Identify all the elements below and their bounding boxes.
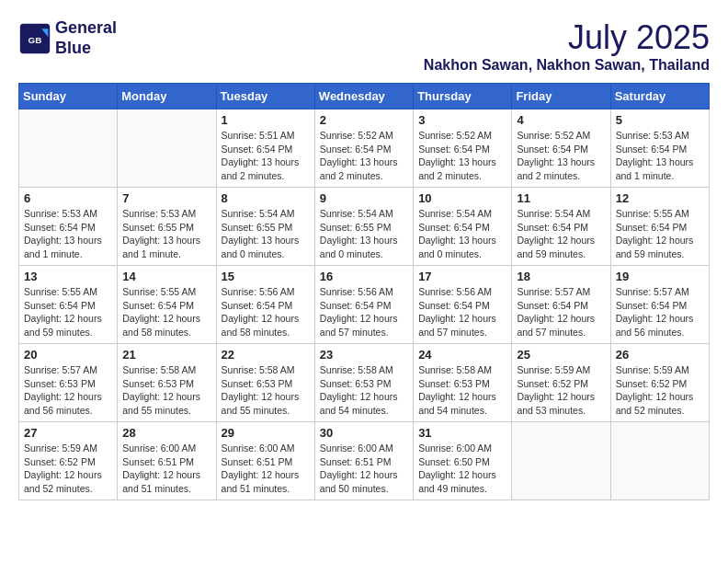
- column-header-saturday: Saturday: [610, 84, 709, 109]
- day-info: Sunrise: 5:59 AM Sunset: 6:52 PM Dayligh…: [616, 363, 704, 418]
- week-row-5: 27Sunrise: 5:59 AM Sunset: 6:52 PM Dayli…: [19, 422, 710, 500]
- calendar-cell: 8Sunrise: 5:54 AM Sunset: 6:55 PM Daylig…: [216, 188, 314, 266]
- calendar-cell: 30Sunrise: 6:00 AM Sunset: 6:51 PM Dayli…: [314, 422, 413, 500]
- day-info: Sunrise: 5:56 AM Sunset: 6:54 PM Dayligh…: [222, 285, 310, 339]
- day-number: 8: [222, 191, 310, 205]
- column-header-sunday: Sunday: [19, 84, 118, 109]
- calendar-cell: 16Sunrise: 5:56 AM Sunset: 6:54 PM Dayli…: [314, 266, 413, 344]
- calendar-cell: 11Sunrise: 5:54 AM Sunset: 6:54 PM Dayli…: [512, 188, 610, 266]
- day-info: Sunrise: 5:53 AM Sunset: 6:54 PM Dayligh…: [24, 207, 112, 261]
- week-row-3: 13Sunrise: 5:55 AM Sunset: 6:54 PM Dayli…: [19, 266, 710, 344]
- week-row-4: 20Sunrise: 5:57 AM Sunset: 6:53 PM Dayli…: [19, 344, 710, 422]
- calendar-cell: [512, 422, 610, 500]
- calendar-cell: 7Sunrise: 5:53 AM Sunset: 6:55 PM Daylig…: [118, 188, 216, 266]
- day-info: Sunrise: 5:55 AM Sunset: 6:54 PM Dayligh…: [122, 285, 210, 339]
- column-header-wednesday: Wednesday: [314, 84, 413, 109]
- title-block: July 2025 Nakhon Sawan, Nakhon Sawan, Th…: [424, 18, 710, 74]
- column-header-thursday: Thursday: [414, 84, 512, 109]
- svg-text:GB: GB: [28, 35, 42, 45]
- calendar-cell: 27Sunrise: 5:59 AM Sunset: 6:52 PM Dayli…: [19, 422, 118, 500]
- logo-line1: General: [55, 18, 117, 37]
- calendar-table: SundayMondayTuesdayWednesdayThursdayFrid…: [18, 83, 710, 500]
- day-info: Sunrise: 5:58 AM Sunset: 6:53 PM Dayligh…: [222, 363, 310, 418]
- calendar-cell: 5Sunrise: 5:53 AM Sunset: 6:54 PM Daylig…: [610, 109, 709, 188]
- day-number: 29: [222, 426, 310, 440]
- day-info: Sunrise: 5:56 AM Sunset: 6:54 PM Dayligh…: [418, 285, 506, 339]
- column-header-friday: Friday: [512, 84, 610, 109]
- day-info: Sunrise: 5:57 AM Sunset: 6:53 PM Dayligh…: [24, 363, 112, 418]
- day-number: 13: [24, 270, 112, 283]
- day-info: Sunrise: 5:58 AM Sunset: 6:53 PM Dayligh…: [122, 363, 210, 418]
- day-number: 17: [418, 270, 506, 283]
- calendar-cell: [19, 109, 118, 188]
- day-info: Sunrise: 5:57 AM Sunset: 6:54 PM Dayligh…: [616, 285, 704, 339]
- week-row-2: 6Sunrise: 5:53 AM Sunset: 6:54 PM Daylig…: [19, 188, 710, 266]
- calendar-cell: 9Sunrise: 5:54 AM Sunset: 6:55 PM Daylig…: [314, 188, 413, 266]
- day-info: Sunrise: 5:59 AM Sunset: 6:52 PM Dayligh…: [517, 363, 605, 418]
- calendar-cell: 17Sunrise: 5:56 AM Sunset: 6:54 PM Dayli…: [414, 266, 512, 344]
- calendar-cell: 13Sunrise: 5:55 AM Sunset: 6:54 PM Dayli…: [19, 266, 118, 344]
- day-info: Sunrise: 5:55 AM Sunset: 6:54 PM Dayligh…: [616, 207, 704, 261]
- day-info: Sunrise: 5:53 AM Sunset: 6:55 PM Dayligh…: [122, 207, 210, 261]
- day-info: Sunrise: 5:55 AM Sunset: 6:54 PM Dayligh…: [24, 285, 112, 339]
- day-info: Sunrise: 5:59 AM Sunset: 6:52 PM Dayligh…: [24, 442, 112, 496]
- day-number: 3: [418, 113, 506, 127]
- day-info: Sunrise: 5:57 AM Sunset: 6:54 PM Dayligh…: [517, 285, 605, 339]
- day-info: Sunrise: 6:00 AM Sunset: 6:50 PM Dayligh…: [418, 442, 506, 496]
- day-number: 30: [320, 426, 408, 440]
- logo: GB General Blue: [18, 18, 117, 58]
- day-number: 6: [24, 191, 112, 205]
- day-number: 9: [320, 191, 408, 205]
- calendar-cell: 26Sunrise: 5:59 AM Sunset: 6:52 PM Dayli…: [610, 344, 709, 422]
- day-number: 7: [122, 191, 210, 205]
- logo-icon: GB: [18, 22, 51, 55]
- day-info: Sunrise: 5:54 AM Sunset: 6:54 PM Dayligh…: [517, 207, 605, 261]
- day-number: 21: [122, 348, 210, 362]
- calendar-cell: 14Sunrise: 5:55 AM Sunset: 6:54 PM Dayli…: [118, 266, 216, 344]
- calendar-cell: [610, 422, 709, 500]
- calendar-cell: 19Sunrise: 5:57 AM Sunset: 6:54 PM Dayli…: [610, 266, 709, 344]
- day-number: 16: [320, 270, 408, 283]
- location-title: Nakhon Sawan, Nakhon Sawan, Thailand: [424, 57, 710, 74]
- calendar-cell: 23Sunrise: 5:58 AM Sunset: 6:53 PM Dayli…: [314, 344, 413, 422]
- logo-line2: Blue: [55, 39, 91, 57]
- day-number: 5: [616, 113, 704, 127]
- day-number: 20: [24, 348, 112, 362]
- day-number: 27: [24, 426, 112, 440]
- calendar-cell: 20Sunrise: 5:57 AM Sunset: 6:53 PM Dayli…: [19, 344, 118, 422]
- calendar-cell: 28Sunrise: 6:00 AM Sunset: 6:51 PM Dayli…: [118, 422, 216, 500]
- day-number: 4: [517, 113, 605, 127]
- day-info: Sunrise: 6:00 AM Sunset: 6:51 PM Dayligh…: [222, 442, 310, 496]
- calendar-cell: 18Sunrise: 5:57 AM Sunset: 6:54 PM Dayli…: [512, 266, 610, 344]
- day-info: Sunrise: 5:52 AM Sunset: 6:54 PM Dayligh…: [517, 129, 605, 183]
- calendar-cell: 3Sunrise: 5:52 AM Sunset: 6:54 PM Daylig…: [414, 109, 512, 188]
- calendar-cell: 2Sunrise: 5:52 AM Sunset: 6:54 PM Daylig…: [314, 109, 413, 188]
- day-number: 31: [418, 426, 506, 440]
- calendar-cell: 6Sunrise: 5:53 AM Sunset: 6:54 PM Daylig…: [19, 188, 118, 266]
- day-number: 28: [122, 426, 210, 440]
- calendar-cell: 4Sunrise: 5:52 AM Sunset: 6:54 PM Daylig…: [512, 109, 610, 188]
- column-header-tuesday: Tuesday: [216, 84, 314, 109]
- logo-text: General Blue: [55, 18, 117, 58]
- day-info: Sunrise: 5:56 AM Sunset: 6:54 PM Dayligh…: [320, 285, 408, 339]
- calendar-cell: 22Sunrise: 5:58 AM Sunset: 6:53 PM Dayli…: [216, 344, 314, 422]
- column-header-monday: Monday: [118, 84, 216, 109]
- calendar-cell: [118, 109, 216, 188]
- day-info: Sunrise: 6:00 AM Sunset: 6:51 PM Dayligh…: [122, 442, 210, 496]
- day-number: 23: [320, 348, 408, 362]
- calendar-cell: 31Sunrise: 6:00 AM Sunset: 6:50 PM Dayli…: [414, 422, 512, 500]
- day-number: 10: [418, 191, 506, 205]
- day-number: 1: [222, 113, 310, 127]
- day-number: 19: [616, 270, 704, 283]
- calendar-header-row: SundayMondayTuesdayWednesdayThursdayFrid…: [19, 84, 710, 109]
- calendar-cell: 15Sunrise: 5:56 AM Sunset: 6:54 PM Dayli…: [216, 266, 314, 344]
- day-number: 14: [122, 270, 210, 283]
- day-number: 11: [517, 191, 605, 205]
- page-header: GB General Blue July 2025 Nakhon Sawan, …: [18, 18, 710, 74]
- calendar-cell: 21Sunrise: 5:58 AM Sunset: 6:53 PM Dayli…: [118, 344, 216, 422]
- calendar-cell: 29Sunrise: 6:00 AM Sunset: 6:51 PM Dayli…: [216, 422, 314, 500]
- day-number: 15: [222, 270, 310, 283]
- calendar-cell: 12Sunrise: 5:55 AM Sunset: 6:54 PM Dayli…: [610, 188, 709, 266]
- day-number: 26: [616, 348, 704, 362]
- calendar-cell: 10Sunrise: 5:54 AM Sunset: 6:54 PM Dayli…: [414, 188, 512, 266]
